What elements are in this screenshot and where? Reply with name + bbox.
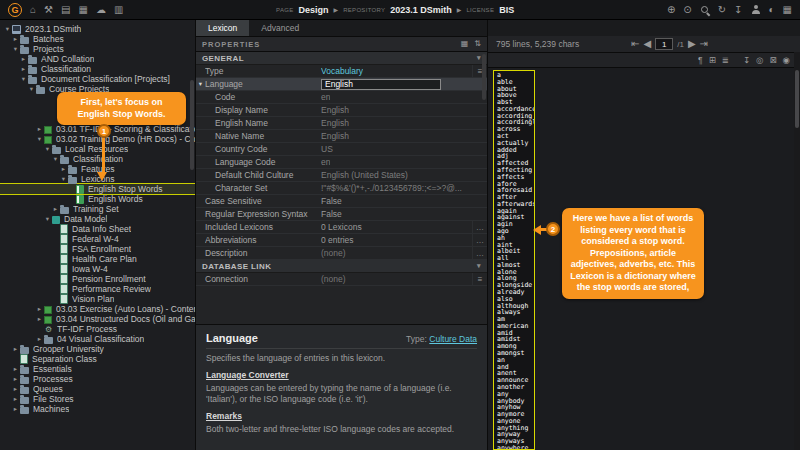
property-row-country-code[interactable]: Country CodeUS [196, 143, 487, 156]
layout-icon[interactable]: ⊞ [709, 56, 716, 65]
tree-item-document-classification-projects[interactable]: ▾Document Classification [Projects] [0, 74, 195, 84]
expander-icon[interactable]: ▾ [11, 45, 20, 53]
section-header-database-link[interactable]: DATABASE LINK▾ [196, 260, 487, 273]
previous-page-icon[interactable]: ◀ [644, 39, 652, 49]
property-value[interactable]: 0 Lexicons [321, 222, 472, 232]
property-value[interactable]: False [321, 209, 487, 219]
tree-item-english-words[interactable]: English Words [0, 194, 195, 204]
line-display-icon[interactable]: ≣ [722, 56, 729, 65]
tree-item-pension-enrollment[interactable]: Pension Enrollment [0, 274, 195, 284]
expander-icon[interactable]: ▸ [11, 375, 20, 383]
property-row-regular-expression-syntax[interactable]: Regular Expression SyntaxFalse [196, 208, 487, 221]
expander-icon[interactable]: ▸ [11, 385, 20, 393]
expander-icon[interactable]: ▾ [43, 215, 52, 223]
cloud-icon[interactable]: ☁ [96, 5, 106, 15]
home-icon[interactable]: ⌂ [30, 5, 36, 15]
expander-icon[interactable]: ▸ [35, 335, 44, 343]
formatting-marks-icon[interactable]: ¶ [698, 56, 703, 65]
tree-item-data-info-sheet[interactable]: Data Info Sheet [0, 224, 195, 234]
refresh-icon[interactable]: ↻ [718, 5, 726, 15]
property-value[interactable]: False [321, 196, 487, 206]
expander-icon[interactable]: ▸ [11, 35, 20, 43]
property-value[interactable]: Vocabulary [321, 66, 472, 76]
expander-icon[interactable]: ▾ [35, 135, 44, 143]
tree-item-machines[interactable]: ▸Machines [0, 404, 195, 414]
word-list-editor[interactable]: aableaboutaboveabstaccordanceaccordingac… [493, 70, 535, 450]
help-type-link[interactable]: Culture Data [429, 334, 477, 344]
property-value[interactable]: en [321, 92, 487, 102]
property-row-type[interactable]: TypeVocabulary≡ [196, 65, 487, 78]
reports-icon[interactable]: ▥ [114, 5, 123, 15]
property-value[interactable]: English [321, 118, 487, 128]
tree-item-queues[interactable]: ▸Queues [0, 384, 195, 394]
expander-icon[interactable]: ▸ [35, 305, 44, 313]
add-icon[interactable]: ⊕ [667, 5, 675, 15]
property-value[interactable]: English [321, 79, 487, 90]
lock-icon[interactable]: ◎ [756, 56, 763, 65]
breadcrumb-page-value[interactable]: Design [299, 5, 329, 15]
tree-item-04-visual-classification[interactable]: ▸04 Visual Classification [0, 334, 195, 344]
property-row-language[interactable]: ▾LanguageEnglish [196, 78, 487, 91]
tab-advanced[interactable]: Advanced [249, 20, 311, 36]
tree-item-health-care-plan[interactable]: Health Care Plan [0, 254, 195, 264]
download-icon[interactable]: ↧ [734, 5, 742, 15]
property-row-display-name[interactable]: Display NameEnglish [196, 104, 487, 117]
property-value[interactable]: en [321, 157, 487, 167]
property-row-description[interactable]: Description(none)… [196, 247, 487, 260]
tree-item-03-03-exercise-auto-loans-content-model[interactable]: ▸03.03 Exercise (Auto Loans) - Content M… [0, 304, 195, 314]
tree-item-performance-review[interactable]: Performance Review [0, 284, 195, 294]
apps-icon[interactable]: ▦ [783, 5, 792, 15]
property-row-language-code[interactable]: Language Codeen [196, 156, 487, 169]
tree-item-training-set[interactable]: ▸Training Set [0, 204, 195, 214]
property-value[interactable]: (none) [321, 248, 472, 258]
next-page-icon[interactable]: ▶ [688, 39, 696, 49]
categorize-icon[interactable]: ▦ [461, 40, 469, 48]
expander-icon[interactable]: ▸ [11, 395, 20, 403]
storage-icon[interactable]: ▦ [78, 5, 87, 15]
expander-icon[interactable]: ▸ [19, 55, 28, 63]
page-number-input[interactable] [655, 38, 673, 50]
property-row-code[interactable]: Codeen [196, 91, 487, 104]
expander-icon[interactable]: ▸ [35, 315, 44, 323]
property-row-included-lexicons[interactable]: Included Lexicons0 Lexicons… [196, 221, 487, 234]
expander-icon[interactable]: ▾ [19, 75, 28, 83]
grooper-logo[interactable]: G [8, 3, 22, 17]
property-row-default-child-culture[interactable]: Default Child CultureEnglish (United Sta… [196, 169, 487, 182]
info-icon[interactable]: ⊙ [683, 5, 691, 15]
tree-item-essentials[interactable]: ▸Essentials [0, 364, 195, 374]
breadcrumb-license-value[interactable]: BIS [499, 5, 514, 15]
first-page-icon[interactable]: ⇤ [631, 39, 639, 49]
tree-item-fsa-enrollment[interactable]: FSA Enrollment [0, 244, 195, 254]
delete-icon[interactable]: ⊠ [769, 56, 776, 65]
property-value[interactable]: English (United States) [321, 170, 487, 180]
tools-icon[interactable]: ⚒ [44, 5, 53, 15]
batches-icon[interactable]: ▤ [61, 5, 70, 15]
expander-icon[interactable]: ▸ [11, 365, 20, 373]
export-icon[interactable]: ↧ [743, 56, 750, 65]
tree-item-separation-class[interactable]: Separation Class [0, 354, 195, 364]
tree-item-processes[interactable]: ▸Processes [0, 374, 195, 384]
expander-icon[interactable]: ▸ [35, 125, 44, 133]
properties-scrollbar[interactable] [482, 54, 486, 100]
tree-item-grooper-university[interactable]: ▸Grooper University [0, 344, 195, 354]
tree-item-batches[interactable]: ▸Batches [0, 34, 195, 44]
property-value[interactable]: !"#$%&'()*+,-./0123456789:;<=>?@... [321, 183, 487, 193]
tree-item-03-04-unstructured-docs-oil-and-gas-content[interactable]: ▸03.04 Unstructured Docs (Oil and Gas) -… [0, 314, 195, 324]
tree-item-file-stores[interactable]: ▸File Stores [0, 394, 195, 404]
property-row-character-set[interactable]: Character Set!"#$%&'()*+,-./0123456789:;… [196, 182, 487, 195]
tree-item-2023-1-dsmith[interactable]: ▾2023.1 DSmith [0, 24, 195, 34]
tree-item-local-resources[interactable]: ▾Local Resources [0, 144, 195, 154]
property-value[interactable]: US [321, 144, 487, 154]
tree-item-projects[interactable]: ▾Projects [0, 44, 195, 54]
property-action-button[interactable]: … [472, 234, 487, 246]
tree-item-classification[interactable]: ▾Classification [0, 154, 195, 164]
tree-item-classification[interactable]: ▸Classification [0, 64, 195, 74]
property-value[interactable]: 0 entries [321, 235, 472, 245]
property-value[interactable]: (none) [321, 274, 472, 284]
tree-item-03-02-training-demo-hr-docs-content-model[interactable]: ▾03.02 Training Demo (HR Docs) - Content… [0, 134, 195, 144]
tree-item-iowa-w-4[interactable]: Iowa W-4 [0, 264, 195, 274]
property-action-button[interactable]: … [472, 221, 487, 233]
expander-icon[interactable]: ▸ [59, 165, 68, 173]
expander-icon[interactable]: ▸ [19, 65, 28, 73]
expander-icon[interactable]: ▾ [3, 25, 12, 33]
